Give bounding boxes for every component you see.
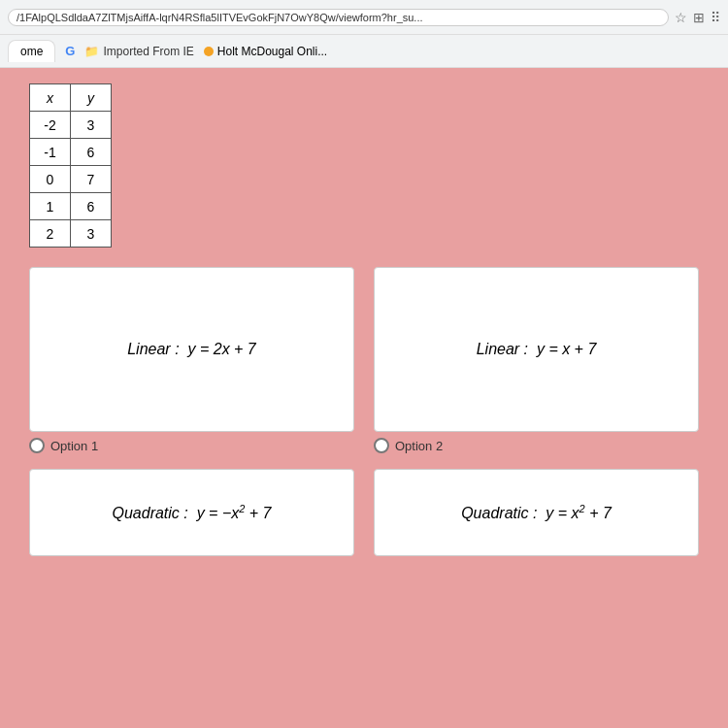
- table-cell-1-0: -1: [30, 139, 71, 166]
- tab-google[interactable]: G: [65, 44, 75, 58]
- grid-icon[interactable]: ⠿: [711, 10, 720, 25]
- table-cell-2-0: 0: [30, 166, 71, 193]
- tab-bar: ome G 📁 Imported From IE Holt McDougal O…: [0, 35, 728, 68]
- option-1-label: Option 1: [50, 439, 98, 453]
- folder-icon: 📁: [84, 45, 99, 58]
- table-cell-3-1: 6: [71, 193, 112, 220]
- option-card-2[interactable]: Linear : y = x + 7: [374, 267, 699, 432]
- formula-3: Quadratic : y = −x2 + 7: [113, 503, 272, 522]
- col-header-y: y: [71, 84, 112, 112]
- option-block-2: Linear : y = x + 7 Option 2: [374, 267, 699, 453]
- col-header-x: x: [30, 84, 71, 112]
- formula-4: Quadratic : y = x2 + 7: [461, 503, 612, 522]
- table-cell-4-1: 3: [71, 220, 112, 248]
- options-grid: Linear : y = 2x + 7 Option 1 Linear : y …: [29, 267, 699, 556]
- table-cell-1-1: 6: [71, 139, 112, 166]
- table-cell-2-1: 7: [71, 166, 112, 193]
- tab-home[interactable]: ome: [8, 40, 55, 62]
- table-cell-3-0: 1: [30, 193, 71, 220]
- option-block-3: Quadratic : y = −x2 + 7: [29, 469, 354, 556]
- extension-icon: ⊞: [693, 10, 705, 25]
- option-card-3[interactable]: Quadratic : y = −x2 + 7: [29, 469, 354, 556]
- tab-dot: [204, 47, 214, 56]
- option-card-1[interactable]: Linear : y = 2x + 7: [29, 267, 354, 432]
- tab-other[interactable]: Holt McDougal Onli...: [204, 45, 327, 58]
- radio-option-2[interactable]: [374, 438, 389, 453]
- formula-2: Linear : y = x + 7: [477, 341, 597, 358]
- radio-option-1[interactable]: [29, 438, 45, 453]
- table-cell-0-0: -2: [30, 112, 71, 139]
- option-block-1: Linear : y = 2x + 7 Option 1: [29, 267, 354, 453]
- tab-bookmark[interactable]: 📁 Imported From IE: [84, 45, 193, 58]
- table-cell-4-0: 2: [30, 220, 71, 248]
- formula-1: Linear : y = 2x + 7: [127, 341, 256, 358]
- table-cell-0-1: 3: [71, 112, 112, 139]
- browser-url-bar: /1FAlpQLSdldaA7ZlTMjsAiffA-lqrN4RSfla5lI…: [0, 0, 728, 35]
- star-icon[interactable]: ☆: [675, 10, 687, 25]
- option-card-4[interactable]: Quadratic : y = x2 + 7: [374, 469, 699, 556]
- option-block-4: Quadratic : y = x2 + 7: [374, 469, 699, 556]
- option-2-label: Option 2: [395, 439, 443, 453]
- main-content: x y -23-16071623 Linear : y = 2x + 7 Opt…: [0, 68, 728, 728]
- url-text[interactable]: /1FAlpQLSdldaA7ZlTMjsAiffA-lqrN4RSfla5lI…: [8, 9, 669, 26]
- data-table: x y -23-16071623: [29, 83, 112, 248]
- option-label-row-1: Option 1: [29, 438, 354, 453]
- option-label-row-2: Option 2: [374, 438, 699, 453]
